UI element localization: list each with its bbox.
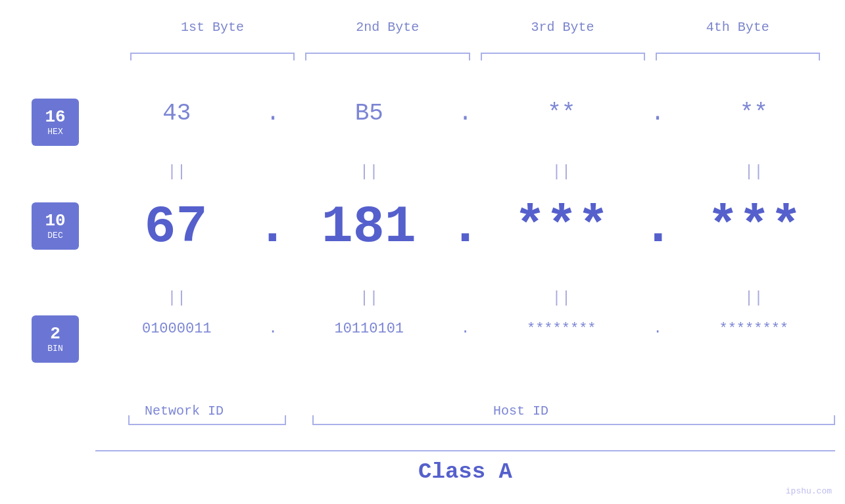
values-grid: 43 . B5 . ** . ** || || || || 67 . 181 .… <box>95 66 835 445</box>
host-id-bracket <box>312 415 835 425</box>
col-header-2: 2nd Byte <box>300 20 475 35</box>
eq2-b1: || <box>95 289 258 307</box>
dec-row: 67 . 181 . *** . *** <box>95 197 835 257</box>
bracket-3 <box>481 53 645 60</box>
col-header-1: 1st Byte <box>125 20 300 35</box>
bin-badge-number: 2 <box>50 325 60 344</box>
eq2-b4: || <box>673 289 836 307</box>
class-a-label: Class A <box>418 459 512 484</box>
dec-dot-1: . <box>256 197 288 257</box>
hex-dot-3: . <box>643 100 673 127</box>
bracket-1 <box>130 53 295 60</box>
hex-badge: 16 HEX <box>32 99 79 146</box>
eq1-b3: || <box>480 163 643 181</box>
eq1-b4: || <box>673 163 836 181</box>
bracket-2 <box>305 53 470 60</box>
dec-dot-2: . <box>449 197 481 257</box>
watermark: ipshu.com <box>786 486 832 496</box>
hex-b4: ** <box>673 100 836 127</box>
equals-row-1: || || || || <box>95 163 835 181</box>
bin-row: 01000011 . 10110101 . ******** . *******… <box>95 321 835 337</box>
bin-dot-1: . <box>258 321 288 337</box>
bin-b4: ******** <box>673 321 836 337</box>
eq2-b3: || <box>480 289 643 307</box>
class-a-line <box>95 450 835 451</box>
column-headers: 1st Byte 2nd Byte 3rd Byte 4th Byte <box>125 20 825 35</box>
bin-dot-2: . <box>450 321 480 337</box>
bin-b1: 01000011 <box>95 321 258 337</box>
dec-b4: *** <box>674 197 835 257</box>
dec-badge: 10 DEC <box>32 202 79 250</box>
eq2-b2: || <box>288 289 451 307</box>
bin-badge: 2 BIN <box>32 315 79 363</box>
hex-badge-label: HEX <box>47 127 62 137</box>
bin-dot-3: . <box>643 321 673 337</box>
col-header-3: 3rd Byte <box>475 20 650 35</box>
eq1-b2: || <box>288 163 451 181</box>
host-id-label: Host ID <box>493 403 548 419</box>
col-header-4: 4th Byte <box>650 20 825 35</box>
main-container: 16 HEX 10 DEC 2 BIN 1st Byte 2nd Byte 3r… <box>0 0 845 504</box>
dec-b1: 67 <box>95 197 256 257</box>
dec-b2: 181 <box>288 197 449 257</box>
hex-badge-number: 16 <box>45 108 65 127</box>
class-a-section: Class A <box>95 450 835 484</box>
dec-badge-label: DEC <box>47 231 62 241</box>
hex-row: 43 . B5 . ** . ** <box>95 100 835 127</box>
dec-dot-3: . <box>642 197 674 257</box>
hex-dot-2: . <box>450 100 480 127</box>
bracket-4 <box>656 53 820 60</box>
top-brackets <box>125 53 825 60</box>
hex-b2: B5 <box>288 100 451 127</box>
bin-b2: 10110101 <box>288 321 451 337</box>
bin-badge-label: BIN <box>47 344 62 354</box>
hex-b3: ** <box>480 100 643 127</box>
equals-row-2: || || || || <box>95 289 835 307</box>
network-id-label: Network ID <box>145 403 224 419</box>
hex-b1: 43 <box>95 100 258 127</box>
hex-dot-1: . <box>258 100 288 127</box>
dec-b3: *** <box>481 197 642 257</box>
eq1-b1: || <box>95 163 258 181</box>
dec-badge-number: 10 <box>45 212 65 231</box>
bin-b3: ******** <box>480 321 643 337</box>
